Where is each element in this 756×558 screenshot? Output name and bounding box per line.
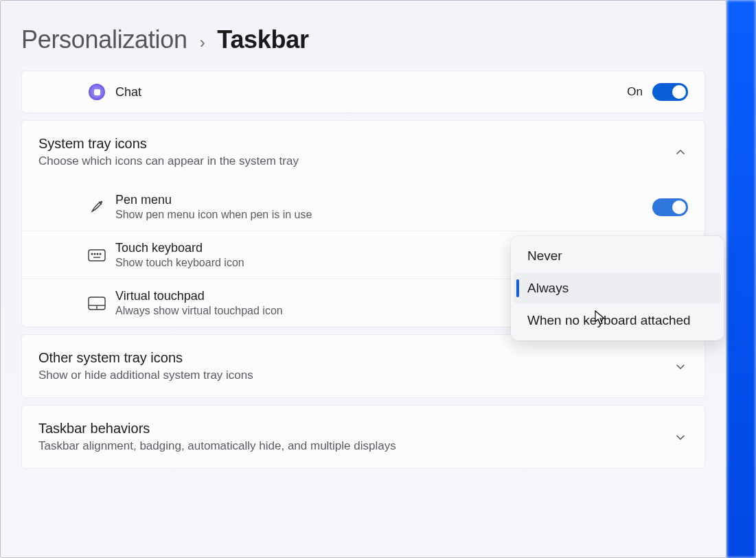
touch-keyboard-dropdown: Never Always When no keyboard attached <box>511 236 724 340</box>
other-tray-title: Other system tray icons <box>38 350 656 366</box>
page-title: Taskbar <box>217 25 308 54</box>
dropdown-option-never[interactable]: Never <box>511 240 724 272</box>
chevron-up-icon[interactable] <box>673 145 688 160</box>
svg-rect-0 <box>89 250 105 261</box>
other-tray-group[interactable]: Other system tray icons Show or hide add… <box>21 334 705 398</box>
keyboard-icon <box>84 249 110 261</box>
chevron-right-icon: › <box>200 33 205 52</box>
chevron-down-icon[interactable] <box>673 359 688 374</box>
behaviors-group[interactable]: Taskbar behaviors Taskbar alignment, bad… <box>21 405 705 469</box>
touchpad-icon <box>84 297 110 310</box>
pen-toggle[interactable] <box>652 198 688 216</box>
chat-label: Chat <box>115 85 627 100</box>
system-tray-title: System tray icons <box>38 136 656 152</box>
pen-menu-row: Pen menu Show pen menu icon when pen is … <box>22 183 705 231</box>
dropdown-option-when-no-keyboard[interactable]: When no keyboard attached <box>511 305 724 336</box>
svg-point-1 <box>91 253 93 255</box>
chat-state-text: On <box>627 85 643 99</box>
svg-point-3 <box>97 253 98 255</box>
system-tray-header[interactable]: System tray icons Choose which icons can… <box>22 121 705 183</box>
chat-icon <box>84 84 110 100</box>
system-tray-subtitle: Choose which icons can appear in the sys… <box>38 154 656 168</box>
pen-title: Pen menu <box>115 193 652 207</box>
cursor-icon <box>595 310 607 325</box>
taskbar-item-chat: Chat On <box>21 71 705 113</box>
other-tray-subtitle: Show or hide additional system tray icon… <box>38 369 656 382</box>
desktop-edge <box>726 0 756 558</box>
chat-toggle[interactable] <box>652 83 688 101</box>
breadcrumb: Personalization › Taskbar <box>21 1 705 71</box>
behaviors-subtitle: Taskbar alignment, badging, automaticall… <box>38 439 656 453</box>
pen-icon <box>84 199 110 216</box>
behaviors-title: Taskbar behaviors <box>38 421 656 437</box>
breadcrumb-parent[interactable]: Personalization <box>21 25 187 54</box>
pen-subtitle: Show pen menu icon when pen is in use <box>115 209 652 221</box>
dropdown-option-always[interactable]: Always <box>514 272 721 304</box>
svg-point-2 <box>94 253 95 255</box>
chevron-down-icon[interactable] <box>673 430 688 445</box>
svg-point-4 <box>100 253 101 255</box>
